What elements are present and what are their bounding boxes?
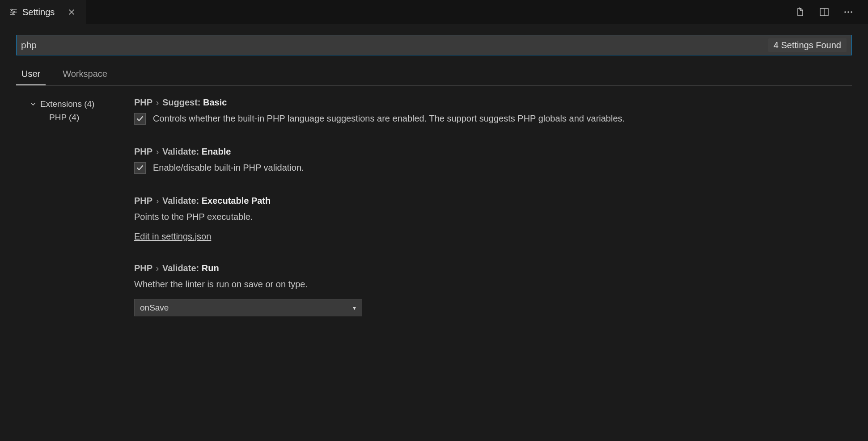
setting-scope: PHP bbox=[134, 97, 152, 107]
breadcrumb-separator: › bbox=[153, 196, 161, 206]
setting-item: PHP › Validate: Executable PathPoints to… bbox=[134, 196, 841, 242]
setting-body: Controls whether the built-in PHP langua… bbox=[134, 112, 841, 125]
setting-checkbox[interactable] bbox=[134, 113, 146, 125]
settings-search-input[interactable] bbox=[16, 35, 852, 55]
settings-list-icon bbox=[9, 8, 18, 17]
svg-point-6 bbox=[847, 11, 849, 13]
toc-item-extensions[interactable]: Extensions (4) bbox=[30, 97, 134, 111]
setting-title: PHP › Validate: Enable bbox=[134, 147, 841, 157]
open-settings-json-icon[interactable] bbox=[794, 6, 806, 18]
more-actions-icon[interactable] bbox=[842, 6, 855, 18]
title-bar: Settings bbox=[0, 0, 868, 24]
title-actions bbox=[794, 6, 868, 18]
split-editor-icon[interactable] bbox=[818, 6, 830, 18]
search-container: 4 Settings Found bbox=[16, 35, 852, 55]
settings-list: PHP › Suggest: BasicControls whether the… bbox=[134, 97, 868, 338]
chevron-down-icon bbox=[30, 101, 37, 108]
svg-point-0 bbox=[11, 9, 12, 10]
breadcrumb-separator: › bbox=[153, 147, 161, 156]
setting-section: Validate: bbox=[162, 196, 199, 206]
setting-section: Suggest: bbox=[162, 97, 201, 107]
svg-point-5 bbox=[844, 11, 846, 13]
setting-scope: PHP bbox=[134, 147, 152, 156]
settings-toc: Extensions (4) PHP (4) bbox=[0, 97, 134, 338]
setting-description: Points to the PHP executable. bbox=[134, 210, 841, 223]
setting-description: Whether the linter is run on save or on … bbox=[134, 278, 841, 291]
setting-select[interactable]: onSave bbox=[134, 299, 362, 316]
setting-checkbox[interactable] bbox=[134, 162, 146, 174]
scope-tab-user[interactable]: User bbox=[16, 69, 46, 85]
setting-item: PHP › Validate: EnableEnable/disable bui… bbox=[134, 147, 841, 174]
toc-label: Extensions (4) bbox=[40, 99, 94, 109]
results-count-badge: 4 Settings Found bbox=[768, 38, 847, 52]
svg-point-2 bbox=[12, 13, 13, 15]
settings-editor: 4 Settings Found User Workspace Extensio… bbox=[0, 24, 868, 441]
tab-settings[interactable]: Settings bbox=[0, 0, 86, 24]
svg-point-1 bbox=[13, 11, 15, 13]
setting-title: PHP › Validate: Executable Path bbox=[134, 196, 841, 206]
scope-tabs: User Workspace bbox=[16, 69, 852, 86]
setting-label: Basic bbox=[203, 97, 227, 107]
toc-item-php[interactable]: PHP (4) bbox=[30, 111, 134, 124]
breadcrumb-separator: › bbox=[153, 97, 161, 107]
scope-tab-workspace[interactable]: Workspace bbox=[57, 69, 113, 85]
setting-label: Run bbox=[202, 263, 219, 273]
setting-select-wrap: onSave bbox=[134, 299, 362, 316]
setting-body: Enable/disable built-in PHP validation. bbox=[134, 161, 841, 174]
setting-description: Controls whether the built-in PHP langua… bbox=[153, 112, 625, 125]
setting-label: Enable bbox=[202, 147, 231, 156]
setting-title: PHP › Suggest: Basic bbox=[134, 97, 841, 108]
svg-point-7 bbox=[851, 11, 852, 13]
breadcrumb-separator: › bbox=[153, 263, 161, 273]
setting-section: Validate: bbox=[162, 263, 199, 273]
toc-label: PHP (4) bbox=[49, 113, 79, 122]
settings-body: Extensions (4) PHP (4) PHP › Suggest: Ba… bbox=[0, 86, 868, 338]
setting-title: PHP › Validate: Run bbox=[134, 263, 841, 273]
setting-scope: PHP bbox=[134, 196, 152, 206]
setting-scope: PHP bbox=[134, 263, 152, 273]
edit-in-settings-json-link[interactable]: Edit in settings.json bbox=[134, 231, 211, 242]
setting-description: Enable/disable built-in PHP validation. bbox=[153, 161, 304, 174]
setting-label: Executable Path bbox=[202, 196, 271, 206]
setting-item: PHP › Suggest: BasicControls whether the… bbox=[134, 97, 841, 125]
close-icon[interactable] bbox=[65, 6, 78, 18]
setting-section: Validate: bbox=[162, 147, 199, 156]
tab-title: Settings bbox=[22, 7, 55, 17]
setting-item: PHP › Validate: RunWhether the linter is… bbox=[134, 263, 841, 316]
